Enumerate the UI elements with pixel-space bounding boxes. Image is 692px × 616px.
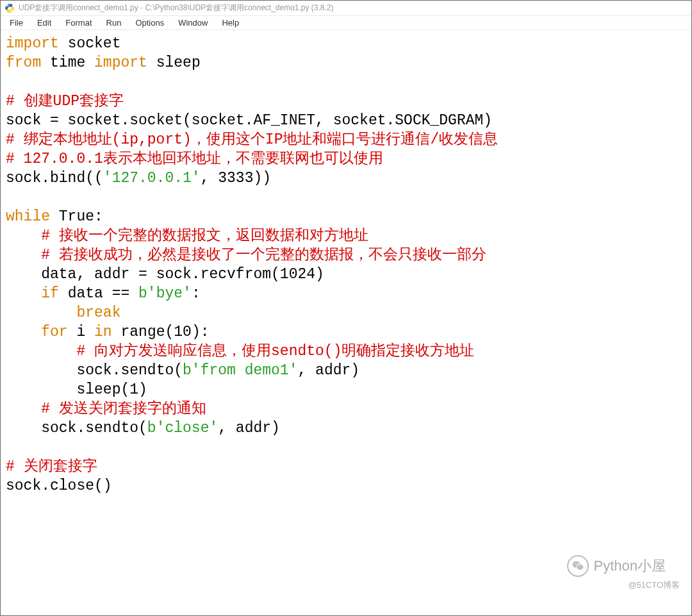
window-title: UDP套接字调用connect_demo1.py - C:\Python38\U…: [19, 3, 334, 13]
code-text: , addr): [218, 420, 280, 437]
code-comment: # 接收一个完整的数据报文，返回数据和对方地址: [6, 228, 368, 244]
code-text: range(10):: [112, 324, 210, 340]
menu-help[interactable]: Help: [215, 17, 245, 29]
code-string: b'close': [147, 420, 218, 437]
titlebar[interactable]: UDP套接字调用connect_demo1.py - C:\Python38\U…: [1, 1, 691, 16]
watermark-site: @51CTO博客: [628, 576, 680, 595]
code-comment: # 关闭套接字: [6, 458, 97, 475]
code-text: socket: [59, 35, 121, 52]
code-comment: # 发送关闭套接字的通知: [6, 401, 206, 417]
code-text: sock.bind((: [6, 170, 103, 187]
code-text: , 3333)): [201, 170, 271, 187]
code-comment: # 127.0.0.1表示本地回环地址，不需要联网也可以使用: [6, 151, 383, 167]
code-text: [6, 343, 76, 360]
idle-window: UDP套接字调用connect_demo1.py - C:\Python38\U…: [0, 0, 692, 616]
menu-file[interactable]: File: [3, 17, 29, 29]
code-keyword: import: [94, 54, 147, 71]
code-text: True:: [50, 208, 103, 225]
code-text: [6, 304, 76, 321]
code-text: sock.sendto(: [6, 420, 147, 437]
code-text: :: [192, 285, 201, 302]
code-text: , addr): [297, 362, 359, 379]
code-keyword: in: [94, 324, 112, 340]
code-keyword: break: [76, 304, 120, 321]
wechat-icon: [567, 555, 589, 577]
code-keyword: from: [6, 54, 41, 71]
code-text: [6, 324, 41, 340]
code-text: data ==: [59, 285, 138, 302]
code-keyword: if: [41, 285, 59, 302]
code-text: sock = socket.socket(socket.AF_INET, soc…: [6, 112, 492, 129]
code-text: time: [41, 54, 94, 71]
code-keyword: for: [41, 324, 67, 340]
code-comment: # 向对方发送响应信息，使用sendto()明确指定接收方地址: [76, 343, 474, 360]
code-comment: # 创建UDP套接字: [6, 93, 124, 110]
code-comment: # 绑定本地地址(ip,port)，使用这个IP地址和端口号进行通信/收发信息: [6, 131, 498, 148]
menu-options[interactable]: Options: [129, 17, 170, 29]
code-string: b'bye': [138, 285, 192, 302]
watermark-brand: Python小屋: [567, 555, 666, 577]
code-text: data, addr = sock.recvfrom(1024): [6, 266, 324, 283]
menu-edit[interactable]: Edit: [31, 17, 58, 29]
watermark-brand-text: Python小屋: [594, 556, 666, 576]
menu-format[interactable]: Format: [59, 17, 98, 29]
code-string: b'from demo1': [183, 362, 297, 379]
code-text: sleep(1): [6, 381, 147, 398]
menu-window[interactable]: Window: [172, 17, 214, 29]
code-text: sleep: [147, 54, 201, 71]
code-text: sock.close(): [6, 478, 112, 494]
code-text: [6, 285, 41, 302]
code-comment: # 若接收成功，必然是接收了一个完整的数据报，不会只接收一部分: [6, 247, 486, 263]
menubar: File Edit Format Run Options Window Help: [1, 16, 691, 30]
code-text: i: [68, 324, 94, 340]
menu-run[interactable]: Run: [100, 17, 128, 29]
code-keyword: while: [6, 208, 50, 225]
python-icon: [4, 3, 15, 13]
code-text: sock.sendto(: [6, 362, 183, 379]
code-keyword: import: [6, 35, 59, 52]
code-string: '127.0.0.1': [103, 170, 201, 187]
code-editor[interactable]: import socket from time import sleep # 创…: [1, 30, 691, 615]
